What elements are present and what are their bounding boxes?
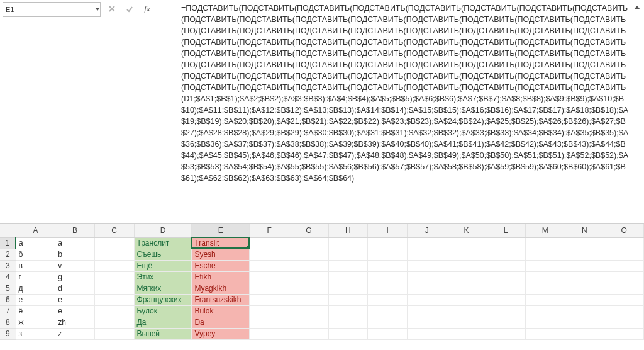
cell[interactable]: Транслит — [134, 237, 192, 249]
cell[interactable] — [604, 260, 644, 271]
cell[interactable] — [368, 249, 408, 260]
column-header[interactable]: N — [565, 224, 604, 237]
cell[interactable]: а — [16, 237, 55, 249]
cell[interactable] — [525, 305, 565, 317]
cell[interactable] — [94, 294, 134, 305]
row-header[interactable]: 6 — [0, 294, 16, 305]
cell[interactable] — [94, 283, 134, 294]
cell[interactable] — [289, 260, 328, 271]
cell[interactable] — [289, 237, 328, 249]
cell[interactable]: b — [55, 249, 95, 260]
cell[interactable] — [525, 271, 565, 283]
row-header[interactable]: 8 — [0, 317, 16, 328]
cell[interactable] — [368, 305, 408, 317]
cell[interactable] — [604, 328, 644, 339]
cell[interactable] — [407, 294, 447, 305]
row-header[interactable]: 3 — [0, 260, 16, 271]
cell[interactable] — [250, 317, 289, 328]
cell[interactable] — [486, 294, 526, 305]
cell[interactable] — [250, 328, 289, 339]
cell[interactable] — [407, 317, 447, 328]
row-header[interactable]: 1 — [0, 237, 16, 249]
cell[interactable] — [94, 260, 134, 271]
name-box[interactable] — [3, 2, 101, 17]
column-header[interactable]: B — [55, 224, 95, 237]
cell[interactable]: Translit — [192, 237, 250, 249]
cell[interactable] — [486, 328, 526, 339]
cell[interactable] — [328, 249, 368, 260]
row-header[interactable]: 2 — [0, 249, 16, 260]
select-all-corner[interactable] — [0, 224, 16, 237]
cell[interactable] — [604, 305, 644, 317]
column-header[interactable]: E — [192, 224, 250, 237]
cell[interactable] — [525, 260, 565, 271]
cell[interactable]: в — [16, 260, 55, 271]
column-header[interactable]: O — [604, 224, 644, 237]
cell[interactable] — [604, 249, 644, 260]
cell[interactable]: Ещё — [134, 260, 192, 271]
cell[interactable] — [289, 283, 328, 294]
cell[interactable]: е — [16, 294, 55, 305]
column-header[interactable]: I — [368, 224, 408, 237]
formula-input[interactable]: =ПОДСТАВИТЬ(ПОДСТАВИТЬ(ПОДСТАВИТЬ(ПОДСТА… — [179, 0, 644, 223]
cell[interactable] — [604, 283, 644, 294]
column-header[interactable]: F — [250, 224, 289, 237]
cell[interactable] — [447, 260, 486, 271]
cancel-icon[interactable] — [106, 3, 118, 15]
cell[interactable] — [94, 249, 134, 260]
cell[interactable] — [447, 328, 486, 339]
cell[interactable]: Vypey — [192, 328, 250, 339]
cell[interactable]: Etikh — [192, 271, 250, 283]
cell[interactable]: г — [16, 271, 55, 283]
cell[interactable]: Выпей — [134, 328, 192, 339]
cell[interactable] — [328, 305, 368, 317]
row-header[interactable]: 7 — [0, 305, 16, 317]
cell[interactable] — [289, 249, 328, 260]
cell[interactable] — [94, 328, 134, 339]
cell[interactable]: Булок — [134, 305, 192, 317]
enter-icon[interactable] — [123, 3, 136, 15]
cell[interactable] — [525, 328, 565, 339]
cell[interactable] — [94, 317, 134, 328]
cell[interactable] — [447, 249, 486, 260]
cell[interactable] — [368, 271, 408, 283]
cell[interactable] — [368, 317, 408, 328]
cell[interactable] — [565, 317, 604, 328]
cell[interactable] — [604, 317, 644, 328]
cell[interactable]: d — [55, 283, 95, 294]
cell[interactable] — [525, 294, 565, 305]
cell[interactable] — [604, 271, 644, 283]
cell[interactable] — [407, 283, 447, 294]
name-box-dropdown-icon[interactable] — [95, 8, 100, 11]
cell[interactable]: Мягких — [134, 283, 192, 294]
cell[interactable] — [486, 249, 526, 260]
cell[interactable] — [447, 305, 486, 317]
cell[interactable]: Frantsuzskikh — [192, 294, 250, 305]
cell[interactable]: ж — [16, 317, 55, 328]
cell[interactable] — [328, 271, 368, 283]
cell[interactable] — [250, 260, 289, 271]
cell[interactable] — [328, 317, 368, 328]
cell[interactable] — [486, 283, 526, 294]
cell[interactable] — [250, 249, 289, 260]
formula-bar-collapse-icon[interactable] — [633, 4, 641, 13]
cell[interactable] — [250, 294, 289, 305]
insert-function-icon[interactable]: fx — [141, 3, 153, 15]
cell[interactable] — [289, 271, 328, 283]
cell[interactable]: Da — [192, 317, 250, 328]
cell[interactable]: д — [16, 283, 55, 294]
cell[interactable] — [525, 317, 565, 328]
cell[interactable] — [94, 305, 134, 317]
cell[interactable]: z — [55, 328, 95, 339]
cell[interactable]: zh — [55, 317, 95, 328]
cell[interactable] — [486, 317, 526, 328]
cell[interactable]: з — [16, 328, 55, 339]
cell[interactable] — [368, 237, 408, 249]
cell[interactable]: Французских — [134, 294, 192, 305]
cell[interactable]: Да — [134, 317, 192, 328]
column-header[interactable]: G — [289, 224, 328, 237]
cell[interactable] — [486, 237, 526, 249]
cell[interactable] — [486, 260, 526, 271]
cell[interactable] — [407, 305, 447, 317]
cell[interactable] — [407, 260, 447, 271]
